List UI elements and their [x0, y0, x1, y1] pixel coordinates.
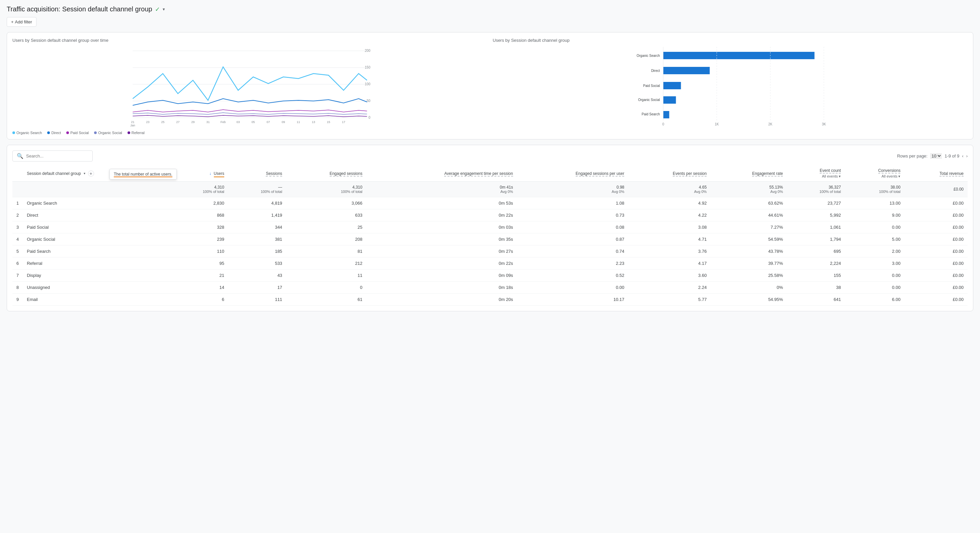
row-avg-engagement: 0m 27s	[366, 246, 517, 257]
row-total-revenue: £0.00	[904, 257, 967, 270]
row-avg-engagement: 0m 53s	[366, 197, 517, 209]
bar-paid-search	[663, 111, 670, 118]
th-sessions[interactable]: Sessions	[228, 165, 286, 182]
row-num: 6	[13, 257, 23, 270]
row-conversions: 3.00	[845, 257, 904, 270]
svg-text:Direct: Direct	[651, 69, 660, 73]
row-engaged-per-user: 2.23	[517, 257, 628, 270]
legend-label-referral: Referral	[132, 131, 145, 135]
th-conversions-label: Conversions	[878, 168, 900, 173]
add-filter-button[interactable]: + Add filter	[7, 17, 37, 27]
row-engagement-rate: 0%	[711, 282, 787, 293]
total-events-per-session: 4.65 Avg 0%	[628, 182, 711, 197]
bar-chart-section: Users by Session default channel group O…	[493, 38, 967, 134]
th-events-per-session[interactable]: Events per session	[628, 165, 711, 182]
search-box: 🔍	[13, 151, 93, 162]
row-num: 9	[13, 293, 23, 306]
table-row: 8 Unassigned 14 17 0 0m 18s 0.00 2.24 0%…	[13, 282, 967, 293]
row-total-revenue: £0.00	[904, 221, 967, 233]
bar-chart-title: Users by Session default channel group	[493, 38, 967, 43]
bar-chart-svg: Organic Search Direct Paid Social Organi…	[493, 47, 967, 127]
conversions-filter[interactable]: All events ▾	[881, 174, 900, 179]
th-total-revenue[interactable]: Total revenue	[904, 165, 967, 182]
th-users[interactable]: ↓ Users	[170, 165, 228, 182]
row-avg-engagement: 0m 18s	[366, 282, 517, 293]
row-total-revenue: £0.00	[904, 270, 967, 282]
rows-per-page-label: Rows per page:	[897, 154, 928, 159]
svg-text:Paid Search: Paid Search	[642, 113, 660, 116]
th-event-count[interactable]: Event count All events ▾	[787, 165, 845, 182]
row-engaged-per-user: 0.52	[517, 270, 628, 282]
row-sessions: 43	[228, 270, 286, 282]
row-engagement-rate: 54.95%	[711, 293, 787, 306]
row-channel: Paid Search	[23, 246, 170, 257]
bar-paid-social	[663, 82, 681, 89]
page-header: Traffic acquisition: Session default cha…	[7, 5, 973, 13]
row-events-per-session: 4.71	[628, 233, 711, 246]
row-engaged-per-user: 0.08	[517, 221, 628, 233]
legend-paid-social: Paid Social	[66, 131, 89, 135]
th-events-per-session-label: Events per session	[673, 171, 706, 176]
th-conversions[interactable]: Conversions All events ▾	[845, 165, 904, 182]
th-total-revenue-label: Total revenue	[940, 171, 964, 176]
th-engaged-sessions[interactable]: Engaged sessions	[286, 165, 366, 182]
row-sessions: 111	[228, 293, 286, 306]
rows-per-page-select[interactable]: 10 25 50	[930, 153, 942, 159]
row-engagement-rate: 7.27%	[711, 221, 787, 233]
row-engagement-rate: 63.62%	[711, 197, 787, 209]
table-row: 3 Paid Social 328 344 25 0m 03s 0.08 3.0…	[13, 221, 967, 233]
event-count-filter[interactable]: All events ▾	[822, 174, 841, 179]
data-table: Session default channel group ▾ + ↓ User…	[13, 165, 967, 306]
search-input[interactable]	[26, 154, 88, 159]
table-row: 6 Referral 95 533 212 0m 22s 2.23 4.17 3…	[13, 257, 967, 270]
row-engaged-sessions: 25	[286, 221, 366, 233]
row-event-count: 23,727	[787, 197, 845, 209]
th-event-count-label: Event count	[820, 168, 841, 173]
line-chart-svg: 200 150 100 50 0	[13, 47, 487, 127]
th-engagement-rate-label: Engagement rate	[752, 171, 783, 176]
row-engagement-rate: 43.78%	[711, 246, 787, 257]
total-engaged-per-user: 0.98 Avg 0%	[517, 182, 628, 197]
next-page-icon[interactable]: ›	[966, 154, 967, 159]
table-row: 1 Organic Search 2,830 4,819 3,066 0m 53…	[13, 197, 967, 209]
pagination-label: 1-9 of 9	[945, 154, 959, 159]
row-engagement-rate: 39.77%	[711, 257, 787, 270]
th-avg-engagement-label: Average engagement time per session	[444, 171, 513, 176]
row-events-per-session: 2.24	[628, 282, 711, 293]
row-users: 95	[170, 257, 228, 270]
row-conversions: 6.00	[845, 293, 904, 306]
th-avg-engagement[interactable]: Average engagement time per session	[366, 165, 517, 182]
row-event-count: 1,794	[787, 233, 845, 246]
svg-text:2K: 2K	[768, 122, 773, 126]
legend-referral: Referral	[127, 131, 145, 135]
row-engagement-rate: 54.59%	[711, 233, 787, 246]
title-dropdown-icon[interactable]: ▾	[163, 7, 165, 12]
row-events-per-session: 4.22	[628, 209, 711, 221]
svg-text:1K: 1K	[714, 122, 719, 126]
row-engaged-sessions: 11	[286, 270, 366, 282]
row-events-per-session: 3.60	[628, 270, 711, 282]
th-engaged-per-user[interactable]: Engaged sessions per user	[517, 165, 628, 182]
row-event-count: 38	[787, 282, 845, 293]
row-engaged-sessions: 208	[286, 233, 366, 246]
row-users: 239	[170, 233, 228, 246]
th-sessions-label: Sessions	[266, 171, 282, 176]
bar-organic-search	[663, 52, 815, 59]
row-sessions: 533	[228, 257, 286, 270]
row-users: 14	[170, 282, 228, 293]
row-engaged-per-user: 1.08	[517, 197, 628, 209]
prev-page-icon[interactable]: ‹	[962, 154, 963, 159]
total-avg-engagement: 0m 41s Avg 0%	[366, 182, 517, 197]
svg-text:Feb: Feb	[221, 121, 226, 124]
row-channel: Organic Search	[23, 197, 170, 209]
total-revenue: £0.00	[904, 182, 967, 197]
row-events-per-session: 3.76	[628, 246, 711, 257]
row-total-revenue: £0.00	[904, 233, 967, 246]
dimension-dropdown-icon[interactable]: ▾	[84, 171, 85, 175]
table-section: 🔍 Rows per page: 10 25 50 1-9 of 9 ‹ › T…	[7, 145, 973, 311]
add-dimension-button[interactable]: +	[88, 171, 94, 176]
th-engagement-rate[interactable]: Engagement rate	[711, 165, 787, 182]
row-events-per-session: 3.08	[628, 221, 711, 233]
row-engaged-sessions: 633	[286, 209, 366, 221]
svg-text:Jan: Jan	[130, 124, 135, 127]
